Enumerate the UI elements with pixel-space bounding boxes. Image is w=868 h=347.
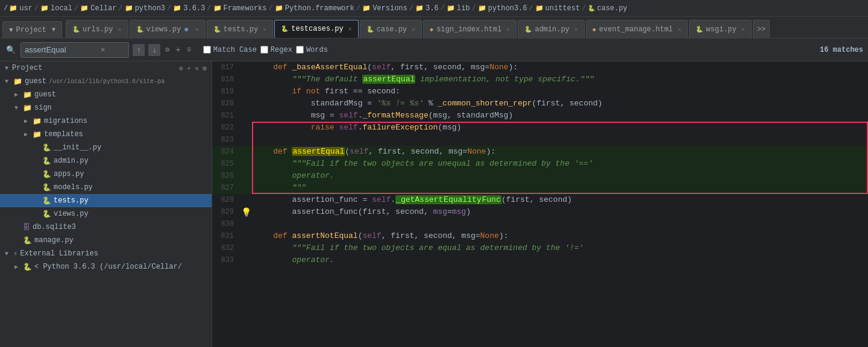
select-all-icon[interactable]: ≡ [186, 45, 192, 55]
folder-icon: 📁 [40, 4, 49, 12]
search-icon[interactable]: 🔍 [5, 44, 17, 56]
sidebar-item-tests-py[interactable]: 🐍 tests.py [0, 194, 212, 207]
py-icon: 🐍 [524, 26, 532, 33]
match-count: 16 matches [820, 46, 863, 54]
code-line-827: 827 """ [212, 182, 868, 194]
find-options-icon[interactable]: ⚙ [164, 44, 171, 55]
sidebar-item-migrations[interactable]: ▶ 📁 migrations [0, 114, 212, 128]
breadcrumb-python36[interactable]: 📁 python3.6 [478, 4, 527, 13]
code-line-820: 820 standardMsg = '%s != %s' % _common_s… [212, 98, 868, 110]
sidebar-item-admin-py[interactable]: 🐍 admin.py [0, 154, 212, 167]
search-input-wrap: ✕ [20, 42, 129, 58]
breadcrumb-unittest[interactable]: 📁 unittest [535, 4, 580, 13]
folder-icon: 📁 [23, 90, 32, 99]
breadcrumb-36[interactable]: 📁 3.6 [415, 4, 439, 13]
close-icon[interactable]: ✕ [412, 26, 415, 33]
close-icon[interactable]: ✕ [741, 26, 745, 33]
folder-icon: 📁 [33, 130, 42, 139]
folder-icon: 📁 [213, 4, 222, 12]
sidebar-item-guest[interactable]: ▶ 📁 guest [0, 88, 212, 101]
words-checkbox[interactable] [296, 46, 304, 54]
tab-testcases-py[interactable]: 🐍 testcases.py ✕ [274, 20, 358, 38]
sidebar-item-apps-py[interactable]: 🐍 apps.py [0, 167, 212, 181]
code-line-828: 828 assertion_func = self._getAssertEqua… [212, 194, 868, 206]
code-editor[interactable]: 817 def _baseAssertEqual(self, first, se… [212, 61, 868, 347]
close-icon[interactable]: ✕ [348, 25, 352, 33]
folder-icon: 📁 [80, 4, 89, 12]
code-line-821: 821 msg = self._formatMessage(msg, stand… [212, 110, 868, 122]
breadcrumb-lib[interactable]: 📁 lib [447, 4, 470, 13]
tab-wsgi-py[interactable]: 🐍 wsgi.py ✕ [689, 20, 751, 38]
close-icon[interactable]: ✕ [678, 26, 681, 33]
code-line-832: 832 """Fail if the two objects are equal… [212, 242, 868, 254]
code-line-817: 817 def _baseAssertEqual(self, first, se… [212, 61, 868, 73]
py-icon: 🐍 [72, 26, 80, 33]
breadcrumb-python-fw[interactable]: 📁 Python.framework [275, 4, 354, 13]
breadcrumb-local[interactable]: 📁 local [40, 4, 72, 13]
close-icon[interactable]: ✕ [574, 26, 578, 33]
regex-checkbox[interactable] [260, 46, 268, 54]
breadcrumb-frameworks[interactable]: 📁 Frameworks [213, 4, 267, 13]
tab-project[interactable]: ▼ Project ▼ [2, 21, 62, 38]
sidebar-item-manage-py[interactable]: 🐍 manage.py [0, 234, 212, 247]
sidebar-item-init-py[interactable]: 🐍 __init__.py [0, 141, 212, 154]
sidebar-item-views-py[interactable]: 🐍 views.py [0, 207, 212, 220]
close-icon[interactable]: ✕ [195, 26, 199, 33]
py-icon: 🐍 [281, 25, 288, 33]
close-icon[interactable]: ✕ [506, 26, 510, 33]
sidebar-item-models-py[interactable]: 🐍 models.py [0, 181, 212, 194]
breadcrumb-363[interactable]: 📁 3.6.3 [173, 4, 205, 13]
tab-more[interactable]: >> [753, 20, 770, 38]
match-case-checkbox[interactable] [203, 46, 211, 54]
tab-event-manage[interactable]: ◈ event_manage.html ✕ [586, 20, 688, 38]
match-case-option[interactable]: Match Case [203, 46, 257, 54]
regex-option[interactable]: Regex [260, 46, 292, 54]
close-icon[interactable]: ✕ [118, 26, 121, 33]
folder-icon: 📁 [447, 4, 455, 12]
search-input[interactable] [25, 45, 97, 54]
py-file-icon: 🐍 [42, 157, 51, 166]
add-occurrence-icon[interactable]: + [174, 44, 181, 56]
tab-sign-index[interactable]: ◈ sign_index.html ✕ [423, 20, 517, 38]
sidebar-item-sign[interactable]: ▼ 📁 sign [0, 101, 212, 114]
breadcrumb-python3[interactable]: 📁 python3 [125, 4, 165, 13]
sidebar-header: ▼ Project ⚙ + ✕ ⊞ [0, 61, 212, 75]
lightbulb-icon[interactable]: 💡 [240, 206, 252, 218]
breadcrumb-casepy[interactable]: 🐍 case.py [588, 4, 627, 13]
tab-case-py[interactable]: 🐍 case.py ✕ [360, 20, 422, 38]
breadcrumb-cellar[interactable]: 📁 Cellar [80, 4, 116, 13]
prev-match-button[interactable]: ↑ [133, 44, 145, 56]
close-icon[interactable]: ✕ [263, 26, 266, 33]
sidebar-title: Project [12, 64, 42, 72]
breadcrumb: / 📁 usr / 📁 local / 📁 Cellar / 📁 python3… [0, 0, 868, 17]
sidebar-item-python363[interactable]: ▶ 🐍 < Python 3.6.3 (/usr/local/Cellar/ [0, 260, 212, 274]
code-line-833: 833 operator. [212, 254, 868, 266]
expand-arrow: ▶ [24, 117, 33, 125]
folder-icon: 📁 [173, 4, 181, 12]
tab-tests-py[interactable]: 🐍 tests.py ✕ [207, 20, 274, 38]
db-file-icon: 🗄 [23, 223, 30, 232]
modified-indicator: ● [184, 25, 189, 34]
next-match-button[interactable]: ↓ [148, 44, 160, 56]
code-line-825: 825 """Fail if the two objects are unequ… [212, 158, 868, 170]
expand-arrow: ▶ [14, 263, 23, 270]
py-file-icon: 🐍 [42, 210, 51, 219]
folder-icon: 📁 [9, 4, 17, 12]
tab-admin-py[interactable]: 🐍 admin.py ✕ [518, 20, 585, 38]
folder-icon: 📁 [478, 4, 486, 12]
main-content: ▼ Project ⚙ + ✕ ⊞ ▼ 📁 guest /usr/local/l… [0, 61, 868, 347]
folder-icon: 📁 [415, 4, 424, 12]
sidebar-item-templates[interactable]: ▶ 📁 templates [0, 128, 212, 141]
tabs-bar: ▼ Project ▼ 🐍 urls.py ✕ 🐍 views.py ● ✕ 🐍… [0, 17, 868, 39]
html-icon: ◈ [593, 26, 596, 33]
clear-search-icon[interactable]: ✕ [99, 44, 106, 55]
tab-urls-py[interactable]: 🐍 urls.py ✕ [66, 20, 128, 38]
tab-views-py[interactable]: 🐍 views.py ● ✕ [130, 20, 206, 38]
breadcrumb-usr[interactable]: 📁 usr [9, 4, 33, 13]
search-bar: 🔍 ✕ ↑ ↓ ⚙ + ≡ Match Case Regex Words 16 … [0, 39, 868, 61]
sidebar-item-db-sqlite3[interactable]: 🗄 db.sqlite3 [0, 220, 212, 234]
sidebar-item-guest-root[interactable]: ▼ 📁 guest /usr/local/lib/python3.6/site-… [0, 75, 212, 88]
sidebar-item-external-libraries[interactable]: ▼ ⚡ External Libraries [0, 247, 212, 260]
words-option[interactable]: Words [296, 46, 328, 54]
breadcrumb-versions[interactable]: 📁 Versions [362, 4, 407, 13]
